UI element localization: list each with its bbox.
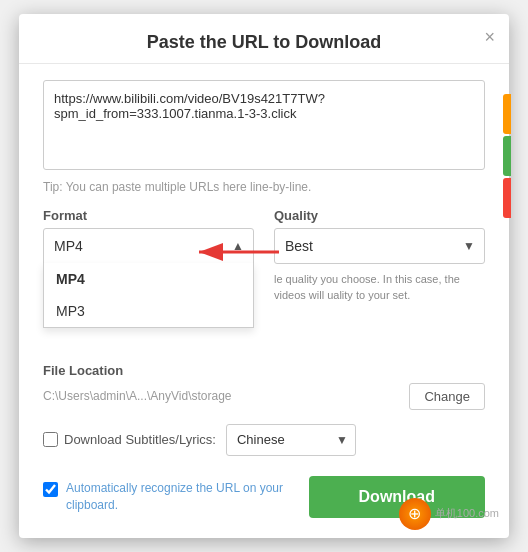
dialog: Paste the URL to Download × https://www.… xyxy=(19,14,509,538)
quality-select-wrapper: Best ▼ xyxy=(274,228,485,264)
format-selected-value[interactable]: MP4 xyxy=(43,228,254,264)
tip-text: Tip: You can paste multiple URLs here li… xyxy=(43,180,485,194)
right-tab-orange xyxy=(503,94,511,134)
quality-note: le quality you choose. In this case, the… xyxy=(274,272,485,303)
format-option-mp4[interactable]: MP4 xyxy=(44,263,253,295)
file-location-section: File Location C:\Users\admin\A...\AnyVid… xyxy=(19,363,509,410)
format-label: Format xyxy=(43,208,254,223)
subtitles-label-text: Download Subtitles/Lyrics: xyxy=(64,432,216,447)
subtitle-language-wrapper: Chinese English Japanese Korean Spanish … xyxy=(226,424,356,456)
auto-recognize-section: Automatically recognize the URL on your … xyxy=(43,480,303,514)
quality-group: Quality Best ▼ le quality you choose. In… xyxy=(274,208,485,303)
format-quality-row: Format MP4 ▲ MP4 MP3 Quality Best ▼ le q xyxy=(43,208,485,303)
url-input[interactable]: https://www.bilibili.com/video/BV19s421T… xyxy=(43,80,485,170)
subtitles-checkbox[interactable] xyxy=(43,432,58,447)
right-tab-green xyxy=(503,136,511,176)
right-tabs xyxy=(503,94,511,218)
quality-label: Quality xyxy=(274,208,485,223)
subtitle-language-select[interactable]: Chinese English Japanese Korean Spanish xyxy=(226,424,356,456)
dialog-body: https://www.bilibili.com/video/BV19s421T… xyxy=(19,64,509,313)
file-path-text: C:\Users\admin\A...\AnyVid\storage xyxy=(43,389,399,403)
format-select-wrapper: MP4 ▲ MP4 MP3 xyxy=(43,228,254,264)
right-tab-red xyxy=(503,178,511,218)
change-location-button[interactable]: Change xyxy=(409,383,485,410)
watermark-logo: ⊕ xyxy=(399,498,431,530)
format-option-mp3[interactable]: MP3 xyxy=(44,295,253,327)
auto-recognize-checkbox[interactable] xyxy=(43,482,58,497)
file-location-label: File Location xyxy=(43,363,485,378)
dialog-header: Paste the URL to Download × xyxy=(19,14,509,64)
close-button[interactable]: × xyxy=(484,28,495,46)
auto-recognize-text: Automatically recognize the URL on your … xyxy=(66,480,303,514)
quality-selected-value[interactable]: Best xyxy=(274,228,485,264)
format-dropdown-menu: MP4 MP3 xyxy=(43,263,254,328)
format-group: Format MP4 ▲ MP4 MP3 xyxy=(43,208,254,264)
watermark: ⊕ 单机100.com xyxy=(399,498,499,530)
subtitles-checkbox-label[interactable]: Download Subtitles/Lyrics: xyxy=(43,432,216,447)
subtitles-row: Download Subtitles/Lyrics: Chinese Engli… xyxy=(19,424,509,456)
watermark-text: 单机100.com xyxy=(435,506,499,521)
dialog-title: Paste the URL to Download xyxy=(147,32,382,52)
file-location-row: C:\Users\admin\A...\AnyVid\storage Chang… xyxy=(43,383,485,410)
